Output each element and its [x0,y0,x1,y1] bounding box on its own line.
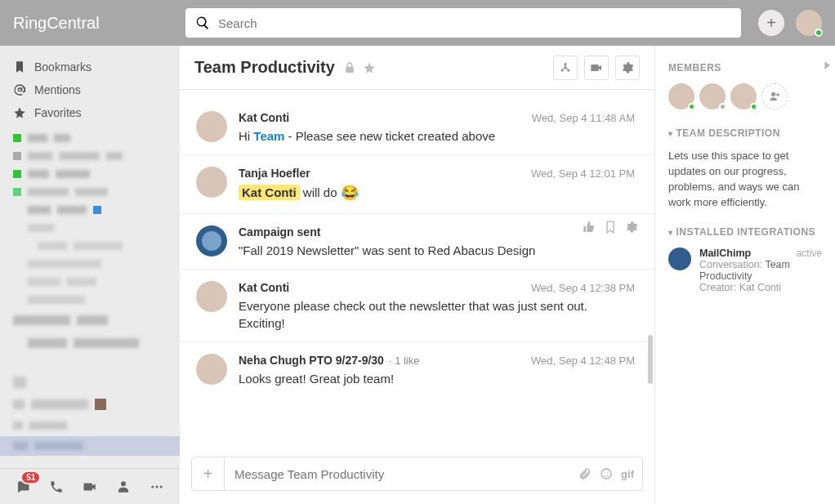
member-avatar[interactable] [668,83,694,109]
person-icon [116,479,131,494]
members-row [668,83,822,109]
chat-nav-button[interactable]: 51 [10,474,36,500]
gif-button[interactable]: gif [621,468,634,480]
integrations-title[interactable]: INSTALLED INTEGRATIONS [668,226,822,238]
user-mention[interactable]: Kat Conti [239,185,300,200]
message-author: Tanja Hoefler [239,167,310,180]
nav-label: Mentions [34,83,81,96]
presence-square [13,134,21,142]
star-icon[interactable] [363,61,376,74]
video-call-button[interactable] [584,56,609,80]
list-item[interactable] [0,201,180,219]
phone-nav-button[interactable] [43,474,69,500]
message-text: "Fall 2019 Newsletter" was sent to Red A… [239,242,635,259]
message-body: Neha Chugh PTO 9/27-9/30· 1 likeWed, Sep… [239,354,635,387]
emoji-icon[interactable] [600,467,613,480]
list-item[interactable] [0,183,180,201]
more-icon [150,479,164,494]
composer-box: + gif [191,457,643,491]
thumbs-up-icon[interactable] [583,221,596,234]
bottom-nav: 51 [0,468,180,504]
video-nav-button[interactable] [77,474,103,500]
composer-tools: gif [578,467,634,480]
list-item[interactable] [0,394,180,415]
message-text: Hi Team - Please see new ticket created … [239,127,635,145]
integration-item[interactable]: MailChimpactive Conversation: Team Produ… [668,248,822,293]
message-item: Neha Chugh PTO 9/27-9/30· 1 likeWed, Sep… [180,341,654,397]
more-nav-button[interactable] [144,474,170,500]
integration-creator: Kat Conti [739,282,781,293]
composer-input[interactable] [225,467,578,481]
svg-point-2 [159,485,162,488]
gear-icon[interactable] [625,221,638,234]
member-avatar[interactable] [699,83,726,109]
message-body: Kat ContiWed, Sep 4 11:48 AM Hi Team - P… [239,111,635,145]
mailchimp-avatar[interactable] [196,225,227,256]
team-mention[interactable]: Team [253,129,284,143]
unread-badge: 51 [20,471,41,484]
nav-favorites[interactable]: Favorites [0,101,180,124]
message-list[interactable]: Kat ContiWed, Sep 4 11:48 AM Hi Team - P… [180,90,654,448]
search-box[interactable] [185,8,741,38]
list-item[interactable] [0,129,180,147]
nav-mentions[interactable]: Mentions [0,78,180,101]
message-text: Everyone please check out the newsletter… [239,297,635,332]
conversation-list [0,124,180,468]
scrollbar-thumb[interactable] [648,335,653,384]
composer: + gif [180,448,654,504]
presence-square [13,152,21,160]
list-item[interactable] [0,237,180,255]
video-icon [83,479,97,494]
author-avatar[interactable] [196,167,227,198]
description-title[interactable]: TEAM DESCRIPTION [668,127,822,139]
settings-button[interactable] [615,56,640,80]
message-body: Tanja HoeflerWed, Sep 4 12:01 PM Kat Con… [239,167,635,203]
nav-bookmarks[interactable]: Bookmarks [0,56,180,78]
message-item: Kat ContiWed, Sep 4 12:38 PM Everyone pl… [180,269,654,341]
search-input[interactable] [218,16,731,30]
message-item: Kat ContiWed, Sep 4 11:48 AM Hi Team - P… [180,100,654,154]
list-item[interactable] [0,147,180,165]
at-icon [13,83,26,96]
message-meta: · 1 like [389,355,420,367]
nav-label: Favorites [34,106,82,119]
tree-button[interactable] [553,56,578,80]
video-icon [590,61,603,74]
bookmark-icon[interactable] [604,221,617,234]
svg-point-8 [607,472,608,473]
list-item[interactable] [0,273,180,291]
list-item[interactable] [0,165,180,183]
gear-icon [621,61,634,74]
list-item[interactable] [0,219,180,237]
add-member-button[interactable] [761,83,788,109]
profile-nav-button[interactable] [110,474,136,500]
member-avatar[interactable] [730,83,757,109]
list-item[interactable] [0,371,180,394]
author-avatar[interactable] [196,111,227,142]
compose-button[interactable]: + [758,10,784,36]
author-avatar[interactable] [196,354,227,385]
paperclip-icon[interactable] [578,467,592,480]
message-body: Kat ContiWed, Sep 4 12:38 PM Everyone pl… [239,281,635,332]
list-item[interactable] [0,415,180,436]
list-item[interactable] [0,309,180,332]
attach-button[interactable]: + [192,457,225,490]
star-icon [13,106,26,119]
nav-label: Bookmarks [34,60,92,74]
search-wrap [180,8,747,38]
message-body: Campaign sent "Fall 2019 Newsletter" was… [239,225,635,259]
list-item-selected[interactable] [0,436,180,456]
list-item[interactable] [0,291,180,309]
main: Bookmarks Mentions Favorites [0,46,835,504]
current-user-avatar[interactable] [796,10,822,36]
message-author: Kat Conti [239,281,289,294]
collapse-icon[interactable] [820,59,833,72]
presence-square [13,170,21,178]
author-avatar[interactable] [196,281,227,312]
message-item: Tanja HoeflerWed, Sep 4 12:01 PM Kat Con… [180,154,654,213]
list-item[interactable] [0,332,180,355]
presence-dot [719,103,726,110]
list-item[interactable] [0,255,180,273]
integration-body: MailChimpactive Conversation: Team Produ… [699,248,822,293]
nav-section: Bookmarks Mentions Favorites [0,46,180,124]
